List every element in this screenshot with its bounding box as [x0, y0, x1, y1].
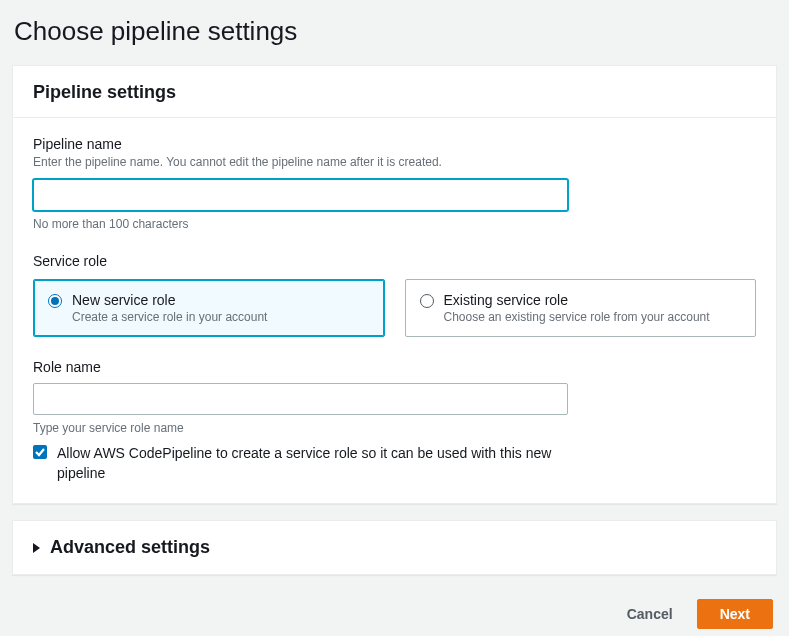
page-title: Choose pipeline settings [14, 16, 777, 47]
radio-new-service-role[interactable]: New service role Create a service role i… [33, 279, 385, 337]
check-icon [34, 446, 46, 458]
cancel-button[interactable]: Cancel [619, 600, 681, 628]
advanced-settings-heading: Advanced settings [50, 537, 210, 558]
panel-header: Pipeline settings [13, 66, 776, 118]
allow-create-role-checkbox[interactable] [33, 445, 47, 459]
pipeline-name-group: Pipeline name Enter the pipeline name. Y… [33, 136, 756, 231]
panel-heading: Pipeline settings [33, 82, 756, 103]
radio-icon [420, 294, 434, 308]
radio-description: Create a service role in your account [72, 310, 267, 324]
role-name-helper: Type your service role name [33, 421, 756, 435]
radio-title: New service role [72, 292, 267, 308]
pipeline-name-helper: No more than 100 characters [33, 217, 756, 231]
allow-create-role-label: Allow AWS CodePipeline to create a servi… [57, 443, 597, 484]
next-button[interactable]: Next [697, 599, 773, 629]
advanced-settings-toggle[interactable]: Advanced settings [13, 521, 776, 574]
role-name-input[interactable] [33, 383, 568, 415]
radio-title: Existing service role [444, 292, 710, 308]
service-role-label: Service role [33, 253, 756, 269]
pipeline-settings-panel: Pipeline settings Pipeline name Enter th… [12, 65, 777, 504]
role-name-label: Role name [33, 359, 756, 375]
radio-description: Choose an existing service role from you… [444, 310, 710, 324]
pipeline-name-description: Enter the pipeline name. You cannot edit… [33, 154, 756, 171]
role-name-group: Role name Type your service role name Al… [33, 359, 756, 484]
radio-existing-service-role[interactable]: Existing service role Choose an existing… [405, 279, 757, 337]
wizard-footer: Cancel Next [12, 591, 777, 629]
pipeline-name-input[interactable] [33, 179, 568, 211]
radio-icon [48, 294, 62, 308]
caret-right-icon [33, 543, 40, 553]
advanced-settings-panel: Advanced settings [12, 520, 777, 575]
pipeline-name-label: Pipeline name [33, 136, 756, 152]
service-role-group: Service role New service role Create a s… [33, 253, 756, 337]
